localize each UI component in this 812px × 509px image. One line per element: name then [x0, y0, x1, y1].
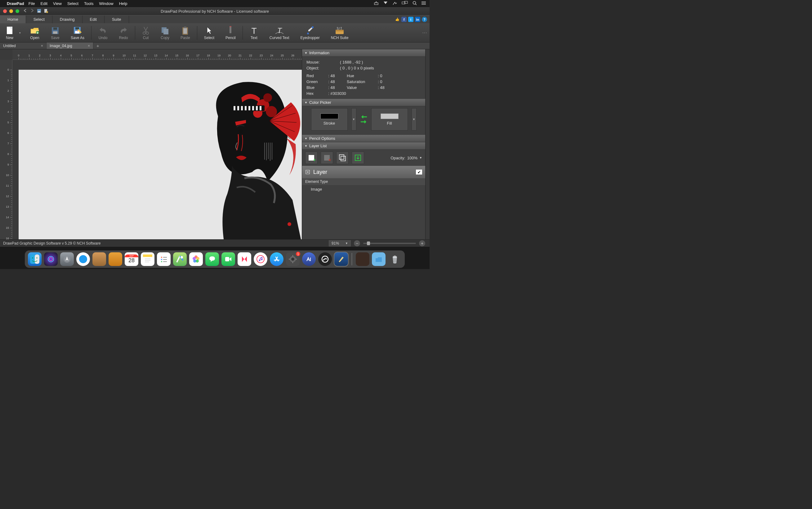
opacity-dropdown-icon[interactable]: ▼: [419, 156, 422, 159]
copy-button[interactable]: Copy: [155, 23, 175, 42]
launchpad-icon[interactable]: [60, 252, 74, 266]
menu-window[interactable]: Window: [99, 1, 113, 6]
fill-color-swatch[interactable]: [381, 113, 398, 119]
svg-rect-74: [341, 156, 346, 161]
app-icon-4[interactable]: [318, 252, 332, 266]
canvas-viewport[interactable]: [12, 60, 302, 239]
notes-icon[interactable]: [141, 252, 155, 266]
text-button[interactable]: TText: [244, 23, 264, 42]
opacity-value[interactable]: 100%: [407, 156, 418, 160]
doc-tab-image04[interactable]: Image_04.jpg ×: [46, 42, 93, 49]
collapse-icon[interactable]: [305, 170, 310, 174]
artboard[interactable]: [19, 70, 302, 239]
menu-file[interactable]: File: [29, 1, 35, 6]
zoom-select[interactable]: 91%▼: [329, 240, 351, 246]
news-icon[interactable]: [237, 252, 251, 266]
doc-tab-untitled[interactable]: Untitled ×: [0, 42, 46, 49]
linkedin-icon[interactable]: in: [415, 17, 420, 22]
menu-view[interactable]: View: [53, 1, 62, 6]
fill-swatch[interactable]: Fill: [371, 108, 408, 131]
status-icon-1[interactable]: [374, 1, 379, 6]
close-tab-icon[interactable]: ×: [88, 43, 90, 48]
music-icon[interactable]: [254, 252, 267, 266]
undo-button[interactable]: Undo: [93, 23, 113, 42]
saveas-button[interactable]: Save As: [65, 23, 90, 42]
ribbon-tab-suite[interactable]: Suite: [104, 15, 129, 23]
panel-pencil-header[interactable]: ▼Pencil Options: [302, 135, 425, 142]
open-button[interactable]: Open: [24, 23, 45, 42]
stroke-color-swatch[interactable]: [320, 113, 338, 119]
settings-icon[interactable]: 1: [286, 252, 300, 266]
facebook-icon[interactable]: f: [401, 17, 407, 22]
eyedropper-button[interactable]: Eyedropper: [295, 23, 325, 42]
duplicate-layer-button[interactable]: [336, 151, 349, 164]
new-dropdown[interactable]: ▾: [19, 31, 22, 34]
app-name[interactable]: DrawPad: [7, 1, 24, 6]
appstore-icon[interactable]: [270, 252, 284, 266]
redo-button[interactable]: Redo: [113, 23, 134, 42]
photos-icon[interactable]: [189, 252, 203, 266]
ribbon-tab-edit[interactable]: Edit: [83, 15, 104, 23]
twitter-icon[interactable]: t: [408, 17, 414, 22]
panel-scrollbar[interactable]: [425, 49, 429, 239]
menu-help[interactable]: Help: [119, 1, 128, 6]
delete-layer-button[interactable]: ×: [321, 151, 333, 164]
fill-dropdown[interactable]: ▼: [412, 108, 417, 131]
select-button[interactable]: Select: [198, 23, 220, 42]
menu-tools[interactable]: Tools: [84, 1, 93, 6]
save-button[interactable]: Save: [45, 23, 65, 42]
app-icon-2[interactable]: [108, 252, 122, 266]
messages-icon[interactable]: [205, 252, 219, 266]
ribbon-tab-home[interactable]: Home: [0, 15, 26, 23]
downloads-icon[interactable]: [372, 252, 386, 266]
add-layer-button[interactable]: +: [305, 151, 318, 164]
menu-list-icon[interactable]: [422, 1, 426, 6]
zoom-slider[interactable]: [363, 243, 416, 244]
layer-row[interactable]: Layer ✔: [302, 166, 425, 178]
cut-button[interactable]: Cut: [136, 23, 155, 42]
merge-down-button[interactable]: [352, 151, 364, 164]
stroke-dropdown[interactable]: ▼: [351, 108, 356, 131]
safari-icon[interactable]: [76, 252, 90, 266]
finder-icon[interactable]: [28, 252, 41, 266]
element-item[interactable]: Image: [302, 185, 425, 194]
curvedtext-button[interactable]: TCurved Text: [264, 23, 295, 42]
panel-layerlist-header[interactable]: ▼Layer List: [302, 142, 425, 150]
nchsuite-button[interactable]: NCH Suite: [325, 23, 354, 42]
drawpad-dock-icon[interactable]: [334, 252, 348, 266]
app-icon-1[interactable]: [92, 252, 106, 266]
menu-select[interactable]: Select: [67, 1, 78, 6]
toolbar-overflow[interactable]: ⋯: [420, 30, 429, 36]
zoom-out-button[interactable]: −: [354, 240, 360, 246]
reminders-icon[interactable]: [157, 252, 171, 266]
pencil-button[interactable]: Pencil: [220, 23, 241, 42]
trash-icon[interactable]: [388, 252, 402, 266]
status-icon-3[interactable]: [392, 1, 397, 6]
dock-thumbnail[interactable]: [356, 252, 369, 266]
panel-information-header[interactable]: ▼Information: [302, 49, 425, 57]
zoom-in-button[interactable]: +: [419, 240, 425, 246]
add-tab-button[interactable]: +: [93, 42, 102, 49]
close-tab-icon[interactable]: ×: [41, 43, 43, 48]
ribbon-tab-select[interactable]: Select: [26, 15, 53, 23]
doc-new-icon: [6, 26, 14, 36]
notification-icon[interactable]: [383, 1, 388, 6]
maps-icon[interactable]: [173, 252, 187, 266]
layer-visible-checkbox[interactable]: ✔: [416, 170, 422, 174]
ribbon-tab-drawing[interactable]: Drawing: [53, 15, 83, 23]
displays-icon[interactable]: [402, 1, 408, 6]
new-button[interactable]: New: [0, 23, 19, 42]
menu-edit[interactable]: Edit: [41, 1, 47, 6]
facetime-icon[interactable]: [222, 252, 235, 266]
siri-icon[interactable]: [44, 252, 58, 266]
paste-button[interactable]: Paste: [175, 23, 196, 42]
swap-colors-button[interactable]: [360, 115, 367, 124]
clipboard-icon: [182, 26, 189, 36]
calendar-icon[interactable]: SEP 28: [125, 252, 138, 266]
help-icon[interactable]: ?: [422, 17, 427, 22]
panel-colorpicker-header[interactable]: ▼Color Picker: [302, 99, 425, 106]
like-icon[interactable]: 👍: [394, 17, 400, 22]
spotlight-icon[interactable]: [412, 1, 417, 6]
stroke-swatch[interactable]: Stroke: [311, 108, 348, 131]
app-icon-3[interactable]: [302, 252, 316, 266]
